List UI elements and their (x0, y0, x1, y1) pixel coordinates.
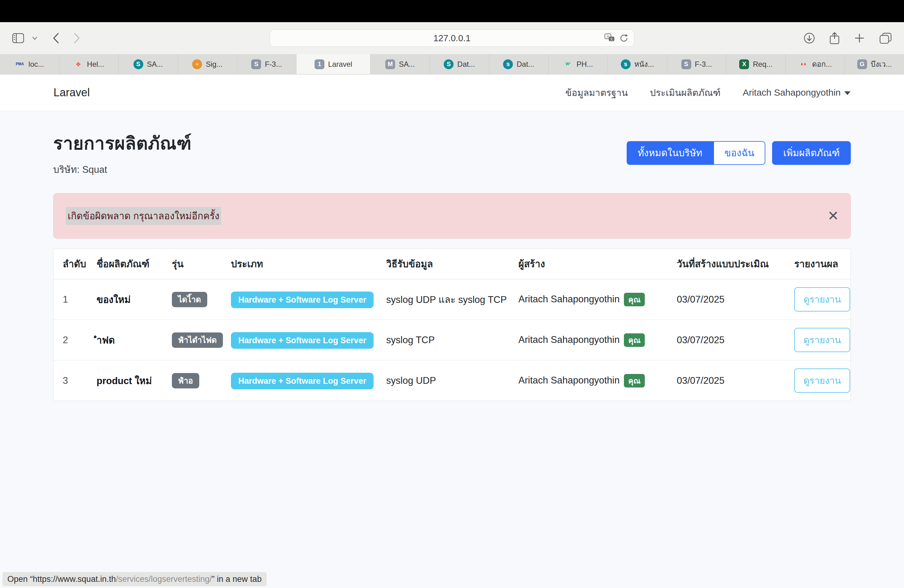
browser-tab-7[interactable]: SDat... (430, 54, 489, 74)
tab-label: F-3... (695, 60, 712, 69)
status-prefix: Open “ (7, 574, 33, 584)
close-icon[interactable]: ✕ (827, 209, 839, 223)
address-bar-url[interactable]: 127.0.0.1 (433, 33, 471, 43)
browser-tab-5[interactable]: 1Laravel (296, 54, 370, 74)
table-row: 3product ใหม่ฟำอHardware + Software Log … (54, 360, 850, 401)
share-icon[interactable] (830, 32, 839, 44)
type-badge: Hardware + Software Log Server (231, 292, 374, 308)
tab-label: Hel... (87, 60, 104, 69)
table-row: 1ของใหม่ไดไ้าดHardware + Software Log Se… (54, 279, 850, 320)
products-table-card: ลำดับชื่อผลิตภัณฑ์รุ่นประเภทวิธีรับข้อมู… (53, 248, 851, 401)
view-report-button[interactable]: ดูรายงาน (794, 368, 850, 393)
tab-label: SA... (147, 60, 163, 69)
link-preview-statusbar: Open “https://www.squat.in.th/services/l… (2, 572, 267, 586)
user-name: Aritach Sahapongyothin (743, 87, 841, 98)
reload-icon[interactable] (619, 33, 629, 43)
browser-tab-1[interactable]: ❖Hel... (59, 54, 119, 74)
type-badge: Hardware + Software Log Server (231, 373, 374, 389)
page-heading: รายการผลิตภัณฑ์ บริษัท: Squat (53, 129, 191, 177)
cell-row-number: 3 (54, 360, 96, 401)
column-header-2: รุ่น (172, 249, 231, 279)
cell-method: syslog UDP (386, 360, 518, 401)
cell-model: ไดไ้าด (172, 279, 231, 320)
cell-report: ดูรายงาน (794, 279, 850, 320)
translate-icon[interactable]: A文 (605, 33, 615, 43)
cell-type: Hardware + Software Log Server (231, 279, 386, 320)
cell-model: ฟำไดำไฟด (172, 320, 231, 360)
tab-label: Dat... (457, 60, 475, 69)
browser-tab-3[interactable]: ✶Sig... (178, 54, 237, 74)
filter-all-button[interactable]: ทั้งหมดในบริษัท (627, 141, 713, 165)
nav-link-standards[interactable]: ข้อมูลมาตรฐาน (566, 85, 628, 100)
filter-segmented-control: ทั้งหมดในบริษัท ของฉัน (627, 141, 765, 165)
site-navbar: Laravel ข้อมูลมาตรฐาน ประเมินผลิตภัณฑ์ A… (0, 74, 904, 111)
cell-report: ดูรายงาน (794, 360, 850, 401)
sidebar-toggle-icon[interactable] (12, 33, 24, 43)
cell-method: syslog TCP (386, 320, 518, 360)
tab-favicon: ∧∧ (798, 59, 808, 69)
creator: Aritach Sahapongyothinคุณ (518, 294, 645, 305)
cell-creator: Aritach Sahapongyothinคุณ (518, 320, 677, 360)
browser-tab-8[interactable]: sDat... (489, 54, 548, 74)
table-body: 1ของใหม่ไดไ้าดHardware + Software Log Se… (54, 279, 850, 401)
address-bar[interactable]: 127.0.0.1 A文 (270, 30, 634, 47)
browser-tab-14[interactable]: Gบึงเว... (845, 54, 904, 74)
product-name: ของใหม่ (96, 294, 131, 305)
cell-date: 03/07/2025 (677, 360, 794, 401)
cell-type: Hardware + Software Log Server (231, 320, 386, 360)
browser-tab-12[interactable]: XReq... (726, 54, 785, 74)
browser-tab-0[interactable]: PMAloc... (0, 54, 59, 74)
cell-model: ฟำอ (172, 360, 231, 401)
creator-you-badge: คุณ (624, 334, 645, 347)
column-header-4: วิธีรับข้อมูล (386, 249, 518, 279)
cell-creator: Aritach Sahapongyothinคุณ (518, 279, 677, 320)
view-report-button[interactable]: ดูรายงาน (794, 287, 850, 311)
cell-creator: Aritach Sahapongyothinคุณ (518, 360, 677, 401)
tab-label: Req... (753, 60, 773, 69)
sidebar-chevron-down-icon[interactable] (32, 36, 38, 40)
cell-product-name: ของใหม่ (96, 279, 172, 320)
tab-label: Sig... (206, 60, 223, 69)
tab-favicon: X (739, 59, 749, 69)
status-url-host: https://www.squat.in.th (33, 574, 116, 584)
tab-label: PH... (577, 60, 593, 69)
browser-tab-9[interactable]: W³PH... (548, 54, 608, 74)
column-header-3: ประเภท (231, 249, 386, 279)
cell-date: 03/07/2025 (677, 320, 794, 360)
downloads-icon[interactable] (804, 33, 815, 44)
browser-tab-10[interactable]: sหนัง... (608, 54, 667, 74)
cell-product-name: ำฟด (96, 320, 172, 360)
tab-overview-icon[interactable] (879, 33, 892, 44)
user-menu[interactable]: Aritach Sahapongyothin (743, 87, 850, 98)
model-badge: ฟำไดำไฟด (172, 332, 223, 348)
tab-label: loc... (28, 60, 44, 69)
browser-tab-2[interactable]: SSA... (119, 54, 178, 74)
tab-favicon: S (133, 59, 143, 69)
column-header-0: ลำดับ (54, 249, 96, 279)
tab-favicon: s (503, 59, 513, 69)
view-report-button[interactable]: ดูรายงาน (794, 328, 850, 352)
tab-favicon: S (681, 59, 691, 69)
tab-favicon: W³ (563, 59, 573, 69)
tab-favicon: S (444, 59, 454, 69)
page-title: รายการผลิตภัณฑ์ (53, 129, 191, 158)
status-suffix: ” in a new tab (212, 574, 262, 584)
creator: Aritach Sahapongyothinคุณ (518, 375, 645, 386)
browser-tab-6[interactable]: MSA... (370, 54, 430, 74)
brand-logo[interactable]: Laravel (54, 86, 90, 99)
cell-product-name: product ใหม่ (96, 360, 172, 401)
tab-favicon: M (385, 59, 395, 69)
forward-button[interactable] (74, 33, 80, 43)
add-product-button[interactable]: เพิ่มผลิตภัณฑ์ (772, 141, 851, 165)
table-header-row: ลำดับชื่อผลิตภัณฑ์รุ่นประเภทวิธีรับข้อมู… (54, 249, 850, 279)
filter-mine-button[interactable]: ของฉัน (713, 141, 765, 165)
back-button[interactable] (53, 33, 59, 43)
tab-label: SA... (399, 60, 415, 69)
browser-tab-13[interactable]: ∧∧ดอก... (785, 54, 845, 74)
nav-link-evaluate[interactable]: ประเมินผลิตภัณฑ์ (650, 85, 721, 100)
browser-tab-4[interactable]: SF-3... (237, 54, 297, 74)
products-table: ลำดับชื่อผลิตภัณฑ์รุ่นประเภทวิธีรับข้อมู… (54, 249, 850, 401)
tab-label: F-3... (265, 60, 282, 69)
browser-tab-11[interactable]: SF-3... (667, 54, 727, 74)
new-tab-icon[interactable] (854, 33, 864, 43)
